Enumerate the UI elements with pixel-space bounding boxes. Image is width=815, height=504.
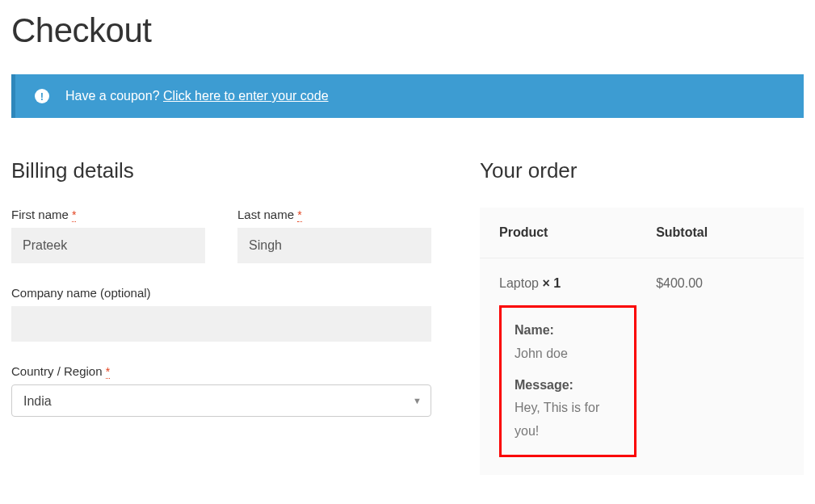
gift-message-value: Hey, This is for you! bbox=[515, 397, 621, 443]
gift-name-label: Name: bbox=[515, 319, 621, 342]
first-name-label: First name * bbox=[11, 208, 205, 221]
country-label-text: Country / Region bbox=[11, 364, 103, 378]
company-label: Company name (optional) bbox=[11, 286, 431, 300]
order-section: Your order Product Subtotal Laptop × 1 N… bbox=[480, 158, 804, 475]
country-select[interactable]: India bbox=[11, 384, 431, 417]
coupon-notice: ! Have a coupon? Click here to enter you… bbox=[11, 74, 804, 118]
order-item-product: Laptop × 1 Name: John doe Message: Hey, … bbox=[499, 276, 656, 457]
first-name-label-text: First name bbox=[11, 208, 69, 221]
page-title: Checkout bbox=[11, 11, 804, 50]
required-icon: * bbox=[106, 365, 110, 379]
order-item-subtotal: $400.00 bbox=[656, 276, 784, 291]
order-item-qty: × 1 bbox=[542, 276, 561, 290]
order-table-header: Product Subtotal bbox=[480, 208, 804, 258]
gift-name-value: John doe bbox=[515, 342, 621, 366]
billing-section: Billing details First name * Last name *… bbox=[11, 158, 431, 475]
first-name-field[interactable] bbox=[11, 228, 205, 263]
order-item-name: Laptop bbox=[499, 276, 542, 290]
last-name-label: Last name * bbox=[237, 208, 431, 221]
country-label: Country / Region * bbox=[11, 364, 431, 378]
country-field-wrapper: Country / Region * India ▼ bbox=[11, 364, 431, 417]
required-icon: * bbox=[72, 208, 76, 222]
company-field-wrapper: Company name (optional) bbox=[11, 286, 431, 342]
required-icon: * bbox=[297, 208, 301, 222]
last-name-field-wrapper: Last name * bbox=[237, 208, 431, 263]
gift-details-box: Name: John doe Message: Hey, This is for… bbox=[499, 305, 636, 457]
first-name-field-wrapper: First name * bbox=[11, 208, 205, 263]
coupon-text: Have a coupon? Click here to enter your … bbox=[65, 89, 329, 103]
billing-heading: Billing details bbox=[11, 158, 431, 183]
order-heading: Your order bbox=[480, 158, 804, 183]
order-table: Product Subtotal Laptop × 1 Name: John d… bbox=[480, 208, 804, 475]
last-name-field[interactable] bbox=[237, 228, 431, 263]
info-icon: ! bbox=[35, 89, 49, 103]
company-field[interactable] bbox=[11, 306, 431, 342]
last-name-label-text: Last name bbox=[237, 208, 294, 221]
coupon-prompt: Have a coupon? bbox=[65, 89, 163, 103]
col-product-header: Product bbox=[499, 225, 656, 240]
gift-message-label: Message: bbox=[515, 374, 621, 397]
col-subtotal-header: Subtotal bbox=[656, 225, 784, 240]
coupon-link[interactable]: Click here to enter your code bbox=[163, 89, 329, 103]
order-table-row: Laptop × 1 Name: John doe Message: Hey, … bbox=[480, 258, 804, 475]
